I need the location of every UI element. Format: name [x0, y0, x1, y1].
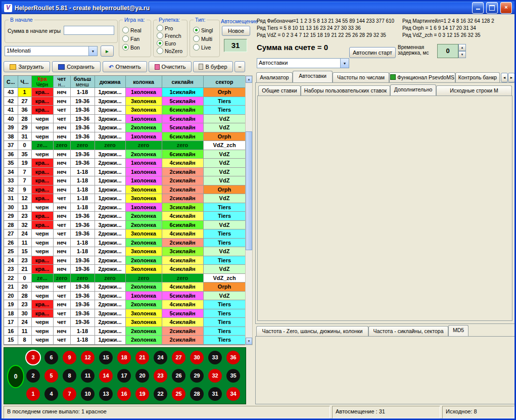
maximize-button[interactable] — [486, 2, 498, 14]
tab-analyzer[interactable]: Анализатор — [256, 72, 293, 82]
tab-psevdoms[interactable]: Функционал PsevdoMS — [389, 72, 455, 82]
table-row[interactable]: 347кра...неч1-181дюжи...1колонка2сиклайн… — [4, 167, 246, 176]
column-header[interactable]: сиклайн — [162, 76, 203, 88]
roulette-zero[interactable]: 0 — [7, 365, 24, 388]
roulette-number[interactable]: 23 — [154, 369, 167, 383]
roulette-number[interactable]: 19 — [135, 387, 149, 401]
roulette-number[interactable]: 17 — [117, 369, 131, 383]
radio-bon[interactable]: Bon — [122, 42, 140, 52]
roulette-number[interactable]: 12 — [81, 351, 95, 364]
tab-number-frequency[interactable]: Частоты по числам — [333, 72, 389, 82]
roulette-number[interactable]: 4 — [44, 387, 58, 401]
column-header[interactable]: сектор — [203, 76, 246, 88]
column-header[interactable]: КраЧерн — [31, 76, 53, 88]
roulette-number[interactable]: 7 — [63, 387, 76, 401]
table-row[interactable]: 2923кра...неч19-362дюжи...2колонка4сикла… — [4, 212, 246, 221]
tab-source-strings[interactable]: Исходные строки М — [436, 85, 512, 96]
table-row[interactable]: 1923кра...неч19-362дюжи...2колонка4сикла… — [4, 300, 246, 309]
radio-fan[interactable]: Fan — [122, 34, 139, 43]
roulette-number[interactable]: 10 — [81, 387, 95, 401]
save-button[interactable]: Сохранить — [52, 61, 101, 72]
radio-multi[interactable]: Multi — [193, 34, 212, 43]
roulette-number[interactable]: 20 — [135, 369, 149, 383]
table-row[interactable]: 158чернчет1-181дюжи...2колонка2сиклайнTi… — [4, 336, 246, 345]
table-row[interactable]: 2321кра...неч19-362дюжи...3колонка4сикла… — [4, 265, 246, 274]
tab-user-bet-sets[interactable]: Наборы пользовательских ставок — [301, 85, 390, 96]
roulette-number[interactable]: 29 — [190, 369, 204, 383]
roulette-number[interactable]: 3 — [26, 351, 40, 364]
minimize-button[interactable] — [472, 2, 484, 14]
table-row[interactable]: 1724чернчет19-362дюжи...3колонка4сиклайн… — [4, 318, 246, 327]
delay-spinner[interactable]: 0 ▲▼ — [437, 44, 466, 58]
profile-combo[interactable]: 1Melonati ▼ — [5, 46, 98, 56]
close-button[interactable]: × — [500, 2, 512, 14]
table-row[interactable]: 329кра...неч1-181дюжи...3колонка2сиклайн… — [4, 185, 246, 194]
roulette-number[interactable]: 34 — [226, 387, 240, 401]
roulette-number[interactable]: 2 — [26, 369, 40, 383]
radio-real[interactable]: Real — [122, 25, 142, 34]
roulette-number[interactable]: 30 — [190, 351, 204, 364]
table-row[interactable]: 2515черннеч1-182дюжи...3колонка3сиклайнV… — [4, 247, 246, 256]
table-scrollbar[interactable]: ▲ ▼ — [245, 75, 253, 345]
roulette-number[interactable]: 15 — [99, 351, 113, 364]
table-row[interactable]: 3013черннеч1-182дюжи...1колонка3сиклайнT… — [4, 203, 246, 212]
tab-scroll-right-icon[interactable]: ► — [508, 73, 515, 82]
table-row[interactable]: 2724чернчет19-362дюжи...3колонка4сиклайн… — [4, 229, 246, 239]
table-row[interactable]: 1830кра...чет19-363дюжи...3колонка5сикла… — [4, 309, 246, 318]
roulette-number[interactable]: 11 — [81, 369, 95, 383]
table-row[interactable]: 4028чернчет19-363дюжи...1колонка5сиклайн… — [4, 114, 246, 123]
table-row[interactable]: 4136кра...чет19-363дюжи...3колонка6сикла… — [4, 106, 246, 115]
to-buffer-button[interactable]: В буфер — [193, 61, 233, 72]
tab-md5[interactable]: MD5 — [448, 325, 468, 336]
roulette-number[interactable]: 16 — [117, 387, 131, 401]
roulette-number[interactable]: 28 — [190, 387, 204, 401]
table-row[interactable]: 370ze...zerozerozerozerozeroVdZ_zch — [4, 141, 246, 150]
roulette-number[interactable]: 9 — [63, 351, 76, 364]
table-row[interactable]: 431кра...неч1-181дюжи...1колонка1сиклайн… — [4, 88, 246, 97]
radio-singl[interactable]: Singl — [193, 25, 213, 34]
scrollbar-thumb[interactable] — [246, 131, 252, 250]
roulette-number[interactable]: 8 — [63, 369, 76, 383]
table-row[interactable]: 1611черннеч1-181дюжи...2колонка2сиклайнT… — [4, 326, 246, 336]
tab-bankroll-control[interactable]: Контроль банкр — [455, 72, 500, 82]
tab-common-bets[interactable]: Общие ставки — [258, 85, 301, 96]
column-header[interactable]: большменш — [70, 76, 95, 88]
table-row[interactable]: 3112кра...чет1-181дюжи...3колонка2сиклай… — [4, 194, 246, 203]
tab-freq-zero-chances[interactable]: Частота - Zero, шансы, дюжины, колонки — [256, 326, 368, 336]
scroll-up-icon[interactable]: ▲ — [246, 76, 252, 83]
roulette-number[interactable]: 5 — [44, 369, 58, 383]
roulette-number[interactable]: 13 — [99, 387, 113, 401]
roulette-number[interactable]: 35 — [226, 369, 240, 383]
column-header[interactable]: четн... — [53, 76, 70, 88]
column-header[interactable]: Ч... — [18, 76, 31, 88]
autoshift-new-button[interactable]: Новое — [222, 26, 250, 36]
autobets-combo[interactable]: Автоставки ▼ — [257, 58, 349, 68]
roulette-number[interactable]: 25 — [172, 387, 185, 401]
table-row[interactable]: 3519кра...неч19-362дюжи...1колонка4сикла… — [4, 159, 246, 168]
radio-live[interactable]: Live — [193, 42, 211, 52]
spin-down-icon[interactable]: ▼ — [458, 51, 466, 58]
load-button[interactable]: Загрузить — [4, 61, 50, 72]
roulette-number[interactable]: 22 — [154, 387, 167, 401]
chevron-down-icon[interactable]: ▼ — [340, 59, 349, 68]
column-header[interactable]: С... — [4, 76, 18, 88]
undo-button[interactable]: ↶Отменить — [103, 61, 147, 72]
roulette-number[interactable]: 36 — [226, 351, 240, 364]
roulette-number[interactable]: 21 — [135, 351, 149, 364]
tab-extra[interactable]: Дополнительно — [390, 84, 436, 96]
radio-nozero[interactable]: NoZero — [157, 46, 182, 55]
roulette-number[interactable]: 1 — [26, 387, 40, 401]
table-row[interactable]: 2611черннеч1-181дюжи...2колонка2сиклайнT… — [4, 238, 246, 247]
roulette-number[interactable]: 27 — [172, 351, 185, 364]
clear-button[interactable]: Очистить — [149, 61, 192, 72]
table-row[interactable]: 2120чернчет19-362дюжи...2колонка4сиклайн… — [4, 283, 246, 292]
table-row[interactable]: 3831черннеч19-363дюжи...1колонка6сиклайн… — [4, 132, 246, 141]
table-row[interactable]: 3929черннеч19-363дюжи...2колонка5сиклайн… — [4, 123, 246, 132]
table-row[interactable]: 2028чернчет19-363дюжи...1колонка5сиклайн… — [4, 291, 246, 300]
table-row[interactable]: 2832кра...чет19-363дюжи...2колонка6сикла… — [4, 220, 246, 229]
spin-up-icon[interactable]: ▲ — [458, 44, 466, 51]
roulette-number[interactable]: 18 — [117, 351, 131, 364]
table-row[interactable]: 337кра...неч1-181дюжи...1колонка2сиклайн… — [4, 176, 246, 185]
roulette-number[interactable]: 33 — [208, 351, 222, 364]
roulette-number[interactable]: 31 — [208, 387, 222, 401]
